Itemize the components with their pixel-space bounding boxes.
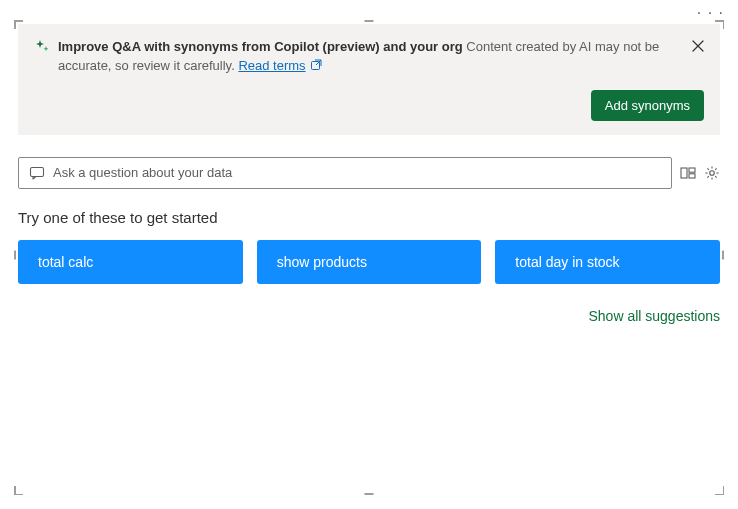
svg-rect-3: [689, 168, 695, 172]
suggestion-chip[interactable]: total calc: [18, 240, 243, 284]
banner-text: Improve Q&A with synonyms from Copilot (…: [58, 38, 704, 76]
qna-visual: Improve Q&A with synonyms from Copilot (…: [18, 24, 720, 491]
ask-row: [18, 157, 720, 189]
close-icon[interactable]: [690, 38, 706, 54]
show-all-suggestions-link[interactable]: Show all suggestions: [588, 308, 720, 324]
svg-point-5: [710, 170, 715, 175]
more-options-button[interactable]: · · ·: [697, 4, 724, 22]
svg-line-10: [707, 168, 708, 169]
suggestions-prompt: Try one of these to get started: [18, 209, 720, 226]
convert-visual-icon[interactable]: [680, 165, 696, 181]
svg-rect-4: [689, 173, 695, 177]
suggestion-chips: total calc show products total day in st…: [18, 240, 720, 284]
svg-line-12: [715, 168, 716, 169]
svg-line-13: [707, 176, 708, 177]
external-link-icon: [310, 58, 322, 70]
ask-box[interactable]: [18, 157, 672, 189]
ask-input[interactable]: [53, 165, 661, 180]
svg-line-11: [715, 176, 716, 177]
gear-icon[interactable]: [704, 165, 720, 181]
sparkle-icon: [34, 39, 50, 55]
chat-icon: [29, 165, 45, 181]
banner-title: Improve Q&A with synonyms from Copilot (…: [58, 39, 463, 54]
svg-rect-1: [31, 167, 44, 176]
suggestion-chip[interactable]: show products: [257, 240, 482, 284]
suggestion-chip[interactable]: total day in stock: [495, 240, 720, 284]
add-synonyms-button[interactable]: Add synonyms: [591, 90, 704, 121]
svg-rect-2: [681, 168, 687, 178]
qna-visual-canvas: · · · Improve Q&A with synonyms from Cop…: [0, 0, 738, 509]
read-terms-link[interactable]: Read terms: [238, 58, 305, 73]
show-all-row: Show all suggestions: [18, 308, 720, 324]
copilot-synonyms-banner: Improve Q&A with synonyms from Copilot (…: [18, 24, 720, 135]
